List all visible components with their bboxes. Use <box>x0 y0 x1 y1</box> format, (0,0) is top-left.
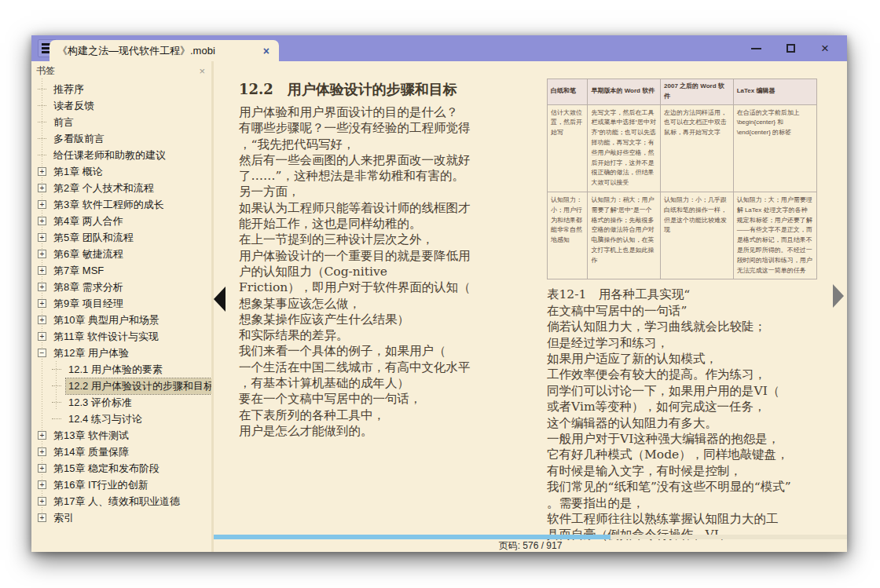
page-number-status: 页码: 576 / 917 <box>214 539 847 551</box>
reading-pane: 12.2 用户体验设计的步骤和目标 用户体验和用户界面设计的目的是什么？ 有哪些… <box>214 61 847 552</box>
expand-icon[interactable]: + <box>38 332 46 341</box>
toc-item[interactable]: +第16章 IT行业的创新 <box>31 477 211 493</box>
table-header-row: 白纸和笔 早期版本的 Word 软件 2007 之后的 Word 软件 LaTe… <box>548 79 817 105</box>
expand-icon[interactable]: + <box>38 217 46 225</box>
toc-item[interactable]: +第3章 软件工程师的成长 <box>31 196 211 213</box>
close-icon: × <box>821 42 829 55</box>
table-cell: 左边的方法同样适用，也可以在文档正中双击鼠标，再开始写文字 <box>661 104 734 192</box>
table-cell: 先写文字，然后在工具栏或菜单中选择“居中对齐”的功能；也可以先选择功能，再写文字… <box>588 104 661 192</box>
table-cell: 认知阻力：小；几乎跟白纸和笔的操作一样，但是这个功能比较难发现 <box>661 192 734 279</box>
toc-item[interactable]: +第1章 概论 <box>31 163 211 180</box>
expand-icon[interactable]: + <box>38 167 46 176</box>
toc-item[interactable]: +第17章 人、绩效和职业道德 <box>31 493 211 509</box>
page-right-column: 白纸和笔 早期版本的 Word 软件 2007 之后的 Word 软件 LaTe… <box>547 79 817 543</box>
expand-icon[interactable]: + <box>38 233 46 242</box>
toc-item[interactable]: 推荐序 <box>31 81 211 97</box>
toc-item[interactable]: +第8章 需求分析 <box>31 279 211 295</box>
toc-item[interactable]: 前言 <box>31 114 211 130</box>
toc-item[interactable]: +索引 <box>31 509 211 526</box>
minimize-button[interactable] <box>739 38 773 59</box>
toc-item-current[interactable]: 12.2 用户体验设计的步骤和目标 <box>31 378 211 394</box>
next-page-icon[interactable] <box>833 284 844 308</box>
table-cell: 认知阻力：稍大；用户需要了解“居中”是一个格式的操作；先敲很多空格的做法符合用户… <box>588 192 661 279</box>
expand-icon[interactable]: + <box>38 464 46 473</box>
toc-item[interactable]: 12.3 评价标准 <box>31 394 211 411</box>
expand-icon[interactable]: + <box>38 513 46 522</box>
bookmarks-header: 书签 × <box>31 61 211 79</box>
toc-item[interactable]: +第15章 稳定和发布阶段 <box>31 460 211 477</box>
toc-item[interactable]: +第10章 典型用户和场景 <box>31 312 211 328</box>
close-button[interactable]: × <box>808 38 842 59</box>
bookmarks-title: 书签 <box>36 64 199 78</box>
page-left-column: 12.2 用户体验设计的步骤和目标 用户体验和用户界面设计的目的是什么？ 有哪些… <box>239 80 541 439</box>
expand-icon[interactable]: + <box>38 299 46 308</box>
table-cell: 估计大致位置，然后开始写 <box>548 104 588 192</box>
toc-item[interactable]: 多看版前言 <box>31 130 211 147</box>
tab-title: 《构建之法—现代软件工程》.mobi <box>57 44 262 58</box>
reader-window: 《构建之法—现代软件工程》.mobi × × 书签 × 推荐序 读者反馈 前言 … <box>31 35 847 552</box>
table-header: LaTex 编辑器 <box>733 79 816 105</box>
table-row: 估计大致位置，然后开始写 先写文字，然后在工具栏或菜单中选择“居中对齐”的功能；… <box>548 104 817 192</box>
minimize-icon <box>751 48 761 49</box>
body-text-right: 表12-1 用各种工具实现“ 在文稿中写居中的一句话” 倘若认知阻力大，学习曲线… <box>547 287 817 543</box>
toc-item[interactable]: +第5章 团队和流程 <box>31 229 211 246</box>
toc-item[interactable]: +第6章 敏捷流程 <box>31 246 211 262</box>
toc-item[interactable]: +第4章 两人合作 <box>31 213 211 229</box>
expand-icon[interactable]: + <box>38 200 46 209</box>
expand-icon[interactable]: + <box>38 184 46 192</box>
toc-item[interactable]: +第11章 软件设计与实现 <box>31 328 211 345</box>
expand-icon[interactable]: + <box>38 431 46 440</box>
tab-close-icon[interactable]: × <box>262 45 271 57</box>
toc-item[interactable]: 12.4 练习与讨论 <box>31 411 211 427</box>
expand-icon[interactable]: + <box>38 447 46 456</box>
table-header: 2007 之后的 Word 软件 <box>661 79 734 105</box>
toc-item[interactable]: +第7章 MSF <box>31 262 211 279</box>
previous-page-icon[interactable] <box>214 287 226 312</box>
window-controls: × <box>739 35 842 61</box>
maximize-icon <box>786 44 795 53</box>
table-cell: 认知阻力：小；用户行为和结果都能非常自然地感知 <box>548 192 588 279</box>
toc-item[interactable]: 12.1 用户体验的要素 <box>31 361 211 378</box>
expand-icon[interactable]: + <box>38 266 46 275</box>
toc-item[interactable]: +第9章 项目经理 <box>31 295 211 312</box>
collapse-icon[interactable]: − <box>38 349 46 357</box>
toc-item[interactable]: +第13章 软件测试 <box>31 427 211 444</box>
expand-icon[interactable]: + <box>38 283 46 291</box>
tools-comparison-table: 白纸和笔 早期版本的 Word 软件 2007 之后的 Word 软件 LaTe… <box>547 79 817 279</box>
toc-item[interactable]: +第14章 质量保障 <box>31 444 211 460</box>
toc-tree: 推荐序 读者反馈 前言 多看版前言 给任课老师和助教的建议 +第1章 概论 +第… <box>31 79 211 552</box>
chapter12-children: 12.1 用户体验的要素 12.2 用户体验设计的步骤和目标 12.3 评价标准… <box>31 361 211 427</box>
toc-item[interactable]: +第2章 个人技术和流程 <box>31 180 211 196</box>
table-row: 认知阻力：小；用户行为和结果都能非常自然地感知 认知阻力：稍大；用户需要了解“居… <box>548 192 817 279</box>
bookmarks-panel: 书签 × 推荐序 读者反馈 前言 多看版前言 给任课老师和助教的建议 +第1章 … <box>31 61 214 552</box>
maximize-button[interactable] <box>773 38 808 59</box>
bookmarks-close-icon[interactable]: × <box>199 65 205 77</box>
toc-item[interactable]: 给任课老师和助教的建议 <box>31 147 211 163</box>
title-bar: 《构建之法—现代软件工程》.mobi × × <box>31 35 847 61</box>
expand-icon[interactable]: + <box>38 250 46 258</box>
toc-item-chapter12[interactable]: −第12章 用户体验 <box>31 345 211 361</box>
table-header: 早期版本的 Word 软件 <box>588 79 661 105</box>
expand-icon[interactable]: + <box>38 316 46 324</box>
toc-item[interactable]: 读者反馈 <box>31 97 211 114</box>
expand-icon[interactable]: + <box>38 497 46 506</box>
table-cell: 认知阻力：大；用户需要理解 LaTex 处理文字的各种规定和标签；用户还要了解—… <box>733 192 816 279</box>
table-header: 白纸和笔 <box>548 79 588 105</box>
table-cell: 在合适的文字前后加上 \begin{center} 和 \end{center}… <box>733 104 816 192</box>
document-tab[interactable]: 《构建之法—现代软件工程》.mobi × <box>50 40 279 61</box>
body-text-left: 用户体验和用户界面设计的目的是什么？ 有哪些步骤呢？一些没有经验的工程师觉得 ，… <box>239 104 541 439</box>
expand-icon[interactable]: + <box>38 480 46 489</box>
section-heading: 12.2 用户体验设计的步骤和目标 <box>239 80 541 99</box>
